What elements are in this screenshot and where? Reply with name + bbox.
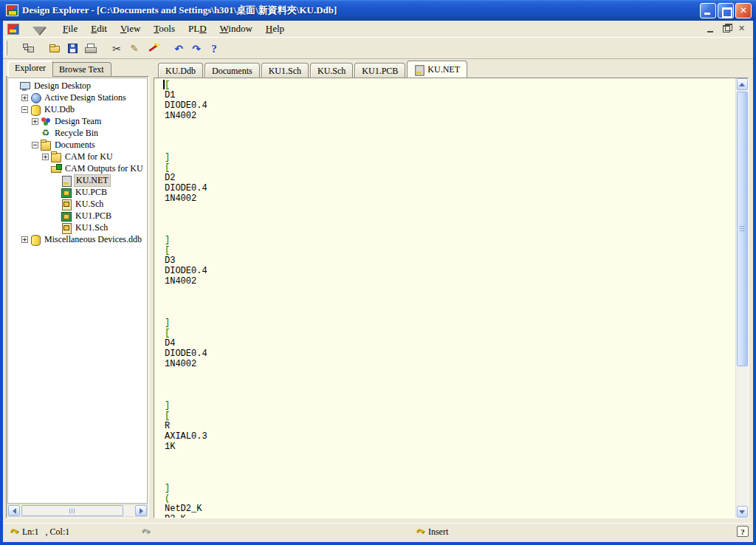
tree-item-cam-for-ku[interactable]: +CAM for KU	[8, 151, 147, 162]
doc-tab-documents[interactable]: Documents	[205, 63, 260, 78]
save-button[interactable]	[63, 40, 81, 57]
edit-pencil-button[interactable]: ✎	[126, 40, 143, 57]
tree-item-ku1-sch[interactable]: KU1.Sch	[8, 222, 147, 233]
open-document-button[interactable]	[46, 40, 63, 57]
scroll-down-button[interactable]	[737, 506, 748, 518]
editor-line	[165, 307, 735, 318]
menu-window[interactable]: Window	[215, 21, 258, 36]
menu-file[interactable]: File	[58, 21, 83, 36]
menu-help[interactable]: Help	[261, 21, 289, 36]
tree-item-documents[interactable]: −Documents	[8, 139, 147, 151]
menu-view[interactable]: View	[115, 21, 145, 36]
status-arrow-icon: ↷	[10, 526, 20, 538]
scroll-left-icon	[13, 508, 16, 514]
tree-item-ku-net[interactable]: KU.NET	[8, 174, 147, 186]
collapse-icon[interactable]: −	[21, 106, 28, 113]
folder-icon	[51, 153, 61, 162]
sch-icon	[61, 223, 72, 233]
editor-line	[165, 369, 735, 380]
database-icon	[30, 235, 41, 244]
open-folder-icon	[49, 46, 60, 52]
wizard-button[interactable]	[143, 40, 161, 57]
scrollbar-thumb[interactable]	[21, 505, 123, 516]
menu-pld[interactable]: PLD	[183, 21, 212, 36]
editor-content[interactable]: [D1DIODE0.41N4002 ][D2DIODE0.41N4002 ][D…	[154, 80, 735, 518]
mdi-minimize-button[interactable]	[705, 24, 718, 35]
scroll-right-button[interactable]	[135, 505, 147, 516]
mdi-close-button[interactable]	[736, 24, 749, 35]
editor-line	[165, 297, 735, 307]
editor-line: [	[165, 80, 735, 90]
maximize-button[interactable]	[718, 3, 734, 18]
expand-icon[interactable]: +	[42, 154, 49, 160]
editor-line: D2	[165, 173, 735, 183]
close-button[interactable]	[735, 3, 752, 18]
menu-bar: FileEditViewToolsPLDWindowHelp	[3, 21, 753, 38]
tree-item-ku-pcb[interactable]: KU.PCB	[8, 186, 147, 198]
tree-item-ku1-pcb[interactable]: KU1.PCB	[8, 210, 147, 222]
cut-button[interactable]: ✂	[108, 40, 126, 57]
help-button[interactable]: ?	[205, 40, 223, 57]
tree-item-ku-ddb[interactable]: −KU.Ddb	[8, 103, 147, 115]
doc-tab-label: KU1.Sch	[269, 66, 301, 77]
expand-icon[interactable]: +	[32, 118, 38, 125]
tree-item-label: Recycle Bin	[53, 128, 100, 139]
pulldown-arrow-icon[interactable]	[32, 27, 46, 35]
editor-vertical-scrollbar[interactable]	[735, 78, 748, 518]
main-toolbar: ✂✎↶↷?	[3, 38, 753, 59]
menu-tools[interactable]: Tools	[148, 21, 180, 36]
expand-icon[interactable]: +	[21, 236, 28, 243]
tree-item-cam-outputs-for-ku[interactable]: CAM Outputs for KU	[8, 162, 147, 174]
tree-item-ku-sch[interactable]: KU.Sch	[8, 198, 147, 210]
pcb-icon	[61, 188, 72, 197]
insert-mode-status: ↷ Insert	[416, 527, 448, 538]
expand-icon[interactable]: +	[21, 95, 28, 101]
mdi-restore-button[interactable]	[721, 24, 733, 35]
doc-tab-ku-net[interactable]: KU.NET	[407, 61, 467, 78]
menu-edit[interactable]: Edit	[86, 21, 112, 36]
tree-item-design-team[interactable]: +Design Team	[8, 115, 147, 127]
doc-tab-ku1-pcb[interactable]: KU1.PCB	[354, 63, 405, 78]
save-icon	[68, 44, 78, 53]
sidebar-tab-explorer[interactable]: Explorer	[7, 61, 53, 77]
text-editor[interactable]: [D1DIODE0.41N4002 ][D2DIODE0.41N4002 ][D…	[154, 78, 749, 518]
scrollbar-thumb[interactable]	[737, 92, 748, 366]
scroll-up-button[interactable]	[737, 78, 748, 90]
doc-tab-ku1-sch[interactable]: KU1.Sch	[261, 63, 309, 78]
collapse-icon[interactable]: −	[32, 142, 38, 148]
title-bar[interactable]: Design Explorer - [C:\Documents and Sett…	[0, 0, 756, 21]
editor-line: 1K	[165, 442, 735, 452]
scroll-left-button[interactable]	[8, 505, 20, 516]
redo-button[interactable]: ↷	[188, 40, 205, 57]
sidebar-tab-browse-text[interactable]: Browse Text	[52, 62, 111, 76]
editor-line	[165, 380, 735, 390]
cam-output-icon	[51, 166, 61, 173]
sidebar-horizontal-scrollbar[interactable]	[7, 504, 148, 517]
toolbar-buttons: ✂✎↶↷?	[10, 40, 223, 57]
desktop-icon	[20, 81, 30, 91]
doc-tab-ku-ddb[interactable]: KU.Ddb	[158, 63, 203, 78]
tree-item-design-desktop[interactable]: Design Desktop	[8, 80, 147, 92]
tree-item-label: Miscellaneous Devices.ddb	[43, 234, 143, 245]
tree-item-miscellaneous-devices-ddb[interactable]: +Miscellaneous Devices.ddb	[8, 233, 147, 245]
status-arrow-icon: ↷	[416, 526, 426, 538]
tree-item-label: KU1.PCB	[74, 210, 113, 222]
team-icon	[41, 117, 51, 126]
doc-tab-label: KU.NET	[427, 64, 460, 75]
document-workspace: KU.DdbDocumentsKU1.SchKU.SchKU1.PCBKU.NE…	[154, 61, 749, 518]
toolbar-grip[interactable]	[5, 41, 7, 55]
minimize-button[interactable]	[700, 3, 716, 18]
tree-item-active-design-stations[interactable]: +Active Design Stations	[8, 92, 147, 103]
document-app-icon[interactable]	[7, 24, 19, 35]
doc-tab-ku-sch[interactable]: KU.Sch	[310, 63, 353, 78]
help-balloon-icon[interactable]: ?	[737, 526, 749, 537]
folder-icon	[41, 141, 51, 151]
tree-item-recycle-bin[interactable]: ♻Recycle Bin	[8, 127, 147, 139]
cursor-position-status: ↷ Ln:1 , Col:1	[10, 527, 69, 538]
print-icon	[85, 44, 95, 53]
print-button[interactable]	[81, 40, 99, 57]
toggle-panels-button[interactable]	[19, 40, 37, 57]
editor-line: DIODE0.4	[165, 266, 735, 276]
editor-line: R	[165, 421, 735, 431]
undo-button[interactable]: ↶	[170, 40, 188, 57]
